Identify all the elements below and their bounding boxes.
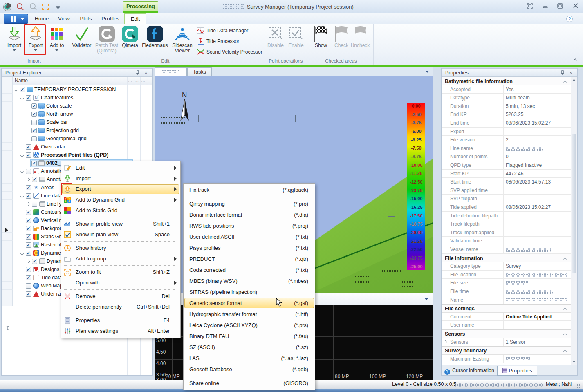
ribbon-collapse-icon[interactable] [573, 58, 578, 62]
patch-test-qimera-button[interactable]: Patch Test (Qimera) [94, 25, 120, 57]
tab-edit[interactable]: Edit [124, 13, 146, 24]
submenu-item-sz-ascii[interactable]: SZ (ASCII)(*.sz) [184, 342, 315, 353]
tab-home[interactable]: Home [32, 13, 51, 24]
collapse-section-icon[interactable] [563, 333, 567, 336]
profile-options-dropdown-icon[interactable] [425, 298, 428, 300]
add-to-button[interactable]: Add to [47, 25, 67, 57]
help-icon[interactable]: ? [566, 16, 573, 22]
checkbox[interactable]: ✓ [32, 259, 37, 264]
property-row-name[interactable]: Name [442, 296, 571, 305]
zoom-in-icon[interactable] [16, 2, 25, 11]
tree-item-color-scale[interactable]: ✓Color scale [13, 102, 148, 110]
tree-item-north-arrow[interactable]: ✓North arrow [13, 110, 148, 119]
property-row-comment[interactable]: CommentOnline Tide Applied [442, 313, 571, 321]
property-row-file-version[interactable]: File version2 [442, 136, 571, 144]
menu-item-add-to-group[interactable]: Add to group [61, 253, 180, 264]
menu-item-remove[interactable]: RemoveDel [61, 291, 180, 302]
checkbox[interactable] [32, 202, 37, 207]
collapse-icon[interactable] [20, 252, 24, 255]
menu-item-import[interactable]: Import [61, 173, 180, 184]
dots-column-header[interactable]: ... [135, 78, 139, 83]
collapse-icon[interactable] [20, 154, 24, 157]
property-row-export[interactable]: Export [442, 128, 571, 136]
property-row-svp-applied-time[interactable]: SVP applied time [442, 186, 571, 195]
expand-icon[interactable] [444, 340, 447, 343]
property-row-qpd-type[interactable]: QPD typeFlagged Inactive [442, 161, 571, 170]
menu-item-zoom-to-fit[interactable]: Zoom to fitShift+Z [61, 267, 180, 278]
tab-list-dropdown-icon[interactable] [426, 71, 429, 73]
menu-item-edit[interactable]: Edit [61, 163, 180, 173]
property-row-category-type[interactable]: Category typeSurvey [442, 262, 571, 271]
validator-button[interactable]: Validator [71, 25, 93, 57]
dots-column-header[interactable]: ... [128, 78, 132, 83]
bottom-tab-properties[interactable]: Properties [497, 366, 537, 376]
expand-icon[interactable] [27, 202, 30, 206]
property-row-file-size[interactable]: File size [442, 279, 571, 287]
tree-item-processed-point-files-qpd[interactable]: ✓Processed Point files (QPD) [13, 151, 148, 159]
scroll-down-icon[interactable] [572, 361, 576, 363]
property-row-track-filepath[interactable]: Track filepath [442, 220, 571, 228]
submenu-item-donar-interface-format[interactable]: Donar interface format(*.dia) [184, 209, 315, 220]
scrollbar-thumb[interactable] [572, 134, 576, 273]
fledermaus-button[interactable]: Fledermaus [141, 25, 169, 57]
checkbox[interactable]: ✓ [31, 103, 37, 109]
submenu-item-leica-cyclone-ascii-xyzq[interactable]: Leica Cyclone (ASCII XYZQ)(*.pts) [184, 320, 315, 331]
menu-item-show-in-profile-view[interactable]: Show in profile viewShift+1 [61, 219, 180, 229]
checkbox[interactable]: ✓ [26, 226, 31, 231]
section-header-file-settings[interactable]: File settings [442, 304, 571, 313]
tab-plan-view[interactable] [155, 67, 187, 77]
tree-item-temporary-project-session[interactable]: ✓TEMPORARY PROJECT SESSION [13, 86, 148, 94]
property-row-vessel-name[interactable]: Vessel name [442, 245, 571, 254]
tree-item-geographical-grid[interactable]: Geographical grid [13, 135, 148, 143]
checkbox[interactable]: ✓ [26, 234, 31, 240]
checkbox[interactable]: ✓ [32, 177, 37, 182]
import-button[interactable]: Import [4, 25, 24, 57]
section-header-bathymetric-file-information[interactable]: Bathymetric file information [442, 77, 571, 85]
checkbox[interactable]: ✓ [26, 218, 31, 223]
tab-profiles[interactable]: Profiles [99, 13, 122, 24]
sidescan-viewer-button[interactable]: Sidescan Viewer [170, 25, 195, 57]
property-row-end-time[interactable]: End time08/06/2023 15:02:27 [442, 119, 571, 128]
submenu-item-geosoft-database[interactable]: Geosoft Database(*.gdb) [184, 364, 315, 375]
tide-data-manager-button[interactable]: Tide Data Manager [196, 26, 263, 36]
checkbox[interactable] [26, 169, 31, 174]
submenu-item-hydrographic-transfer-format[interactable]: Hydrographic transfer format(*.htf) [184, 309, 315, 320]
restore-button[interactable] [554, 3, 566, 11]
property-row-duration[interactable]: Duration5 min, 13 sec [442, 102, 571, 111]
property-row-tide-definition-filepath[interactable]: Tide definition filepath [442, 212, 571, 220]
expand-icon[interactable] [27, 260, 30, 263]
checkbox[interactable] [31, 136, 37, 141]
checkbox[interactable] [31, 120, 37, 125]
checkbox[interactable]: ✓ [26, 291, 31, 297]
menu-item-delete-permanently[interactable]: Delete permanentlyCtrl+Shift+Del [61, 302, 180, 312]
collapse-icon[interactable] [14, 88, 18, 92]
property-row-user-name[interactable]: User name [442, 321, 571, 329]
tab-plots[interactable]: Plots [76, 13, 95, 24]
application-menu-button[interactable] [4, 14, 28, 24]
customize-quick-access-icon[interactable] [55, 2, 64, 11]
menu-item-plan-view-settings[interactable]: Plan view settingsAlt+Enter [61, 326, 180, 336]
collapse-section-icon[interactable] [563, 350, 567, 353]
tree-item-chart-features[interactable]: ✓NChart features [13, 94, 148, 102]
tree-item-over-radar[interactable]: ✓Over radar [13, 143, 148, 151]
disable-button[interactable]: Disable [266, 25, 285, 57]
submenu-item-qinsy-mapping[interactable]: Qinsy mapping(*.pro) [184, 198, 315, 209]
checkbox[interactable]: ✓ [26, 251, 31, 256]
property-row-line-name[interactable]: Line name [442, 144, 571, 153]
tree-item-scale-bar[interactable]: Scale bar [13, 119, 148, 127]
checkbox[interactable] [26, 283, 31, 289]
property-row-number-of-points[interactable]: Number of points0 [442, 152, 571, 161]
menu-item-open-with[interactable]: Open with [61, 278, 180, 288]
checkbox[interactable]: ✓ [26, 144, 31, 150]
property-row-datatype[interactable]: DatatypeMulti beam [442, 94, 571, 102]
tree-column-header[interactable]: Name ... ... ... [2, 77, 152, 85]
collapse-icon[interactable] [20, 170, 24, 173]
bottom-tab-cursor-information[interactable]: ?Cursor information [442, 366, 496, 376]
property-row-file-location[interactable]: File location [442, 271, 571, 279]
collapse-section-icon[interactable] [563, 308, 567, 311]
property-row-tide-applied[interactable]: Tide applied08/06/2023 15:02:27 [442, 203, 571, 212]
menu-item-add-to-static-grid[interactable]: Add to Static Grid [61, 205, 180, 216]
section-header-sensors[interactable]: Sensors [442, 329, 571, 338]
section-header-survey-boundary[interactable]: Survey boundary [442, 346, 571, 355]
close-panel-icon[interactable]: × [143, 70, 149, 76]
